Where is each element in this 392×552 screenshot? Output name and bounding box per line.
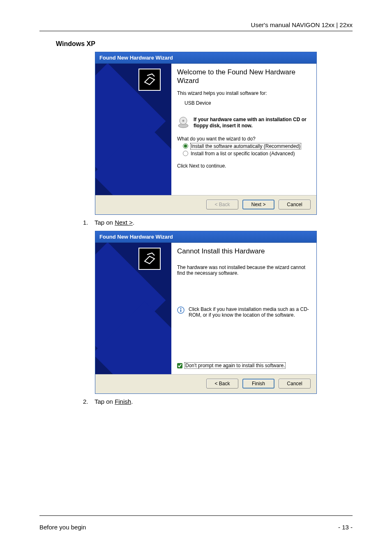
dialog2-side-art	[95, 243, 171, 374]
step-2-number: 2.	[83, 398, 93, 405]
dialog1-side-art	[95, 64, 171, 195]
svg-rect-5	[180, 310, 181, 312]
back-button: < Back	[206, 200, 238, 209]
step-1-prefix: Tap on	[95, 219, 115, 226]
dialog1-question: What do you want the wizard to do?	[177, 136, 311, 142]
dialog1-heading: Welcome to the Found New Hardware Wizard	[177, 68, 311, 85]
section-heading: Windows XP	[56, 40, 353, 48]
dialog2-heading: Cannot Install this Hardware	[177, 247, 311, 255]
header-rule	[39, 31, 353, 31]
cd-icon	[177, 117, 189, 130]
step-1-suffix: .	[133, 219, 134, 226]
step-1-action: Next >	[115, 219, 133, 226]
dialog1-titlebar: Found New Hardware Wizard	[95, 52, 316, 64]
header-title: User's manual NAVIGON 12xx | 22xx	[39, 21, 353, 31]
svg-point-2	[182, 120, 184, 122]
step-1: 1. Tap on Next >.	[83, 219, 353, 226]
dialog1-button-row: < Back Next > Cancel	[95, 195, 316, 214]
hardware-icon	[138, 69, 161, 91]
next-button[interactable]: Next >	[242, 200, 274, 209]
dialog1-device: USB Device	[184, 100, 311, 106]
radio-manual-label: Install from a list or specific location…	[191, 151, 295, 156]
step-2: 2. Tap on Finish.	[83, 398, 353, 405]
step-1-number: 1.	[83, 219, 93, 226]
radio-manual-install[interactable]: Install from a list or specific location…	[183, 151, 311, 156]
cancel-button[interactable]: Cancel	[279, 200, 311, 209]
footer-left: Before you begin	[39, 524, 86, 531]
footer-rule	[39, 515, 353, 516]
svg-point-4	[180, 308, 182, 309]
step-2-prefix: Tap on	[95, 398, 115, 405]
step-2-suffix: .	[131, 398, 133, 405]
info-icon	[177, 306, 184, 315]
wizard-dialog-1: Found New Hardware Wizard Welcome to the…	[95, 52, 317, 215]
dont-prompt-checkbox[interactable]: Don't prompt me again to install this so…	[177, 363, 311, 368]
radio-auto-install[interactable]: Install the software automatically (Reco…	[183, 143, 311, 149]
hardware-icon	[138, 248, 161, 270]
dialog2-button-row: < Back Finish Cancel	[95, 374, 316, 393]
dialog1-intro: This wizard helps you install software f…	[177, 90, 311, 96]
dialog2-titlebar: Found New Hardware Wizard	[95, 231, 316, 243]
cancel-button[interactable]: Cancel	[279, 379, 311, 389]
finish-button[interactable]: Finish	[242, 379, 274, 389]
radio-auto-input[interactable]	[183, 143, 188, 149]
footer-right: - 13 -	[338, 524, 353, 531]
back-button[interactable]: < Back	[206, 379, 238, 389]
dialog2-info: Click Back if you have installation medi…	[189, 306, 311, 318]
dialog1-cd-hint: If your hardware came with an installati…	[194, 117, 311, 129]
dialog2-message: The hardware was not installed because t…	[177, 264, 311, 276]
dialog1-continue: Click Next to continue.	[177, 163, 311, 169]
radio-auto-label: Install the software automatically (Reco…	[191, 143, 301, 149]
radio-manual-input[interactable]	[183, 151, 188, 156]
dont-prompt-label: Don't prompt me again to install this so…	[185, 363, 285, 368]
step-2-action: Finish	[115, 398, 131, 405]
dont-prompt-input[interactable]	[177, 363, 182, 368]
wizard-dialog-2: Found New Hardware Wizard Cannot Install…	[95, 231, 317, 394]
